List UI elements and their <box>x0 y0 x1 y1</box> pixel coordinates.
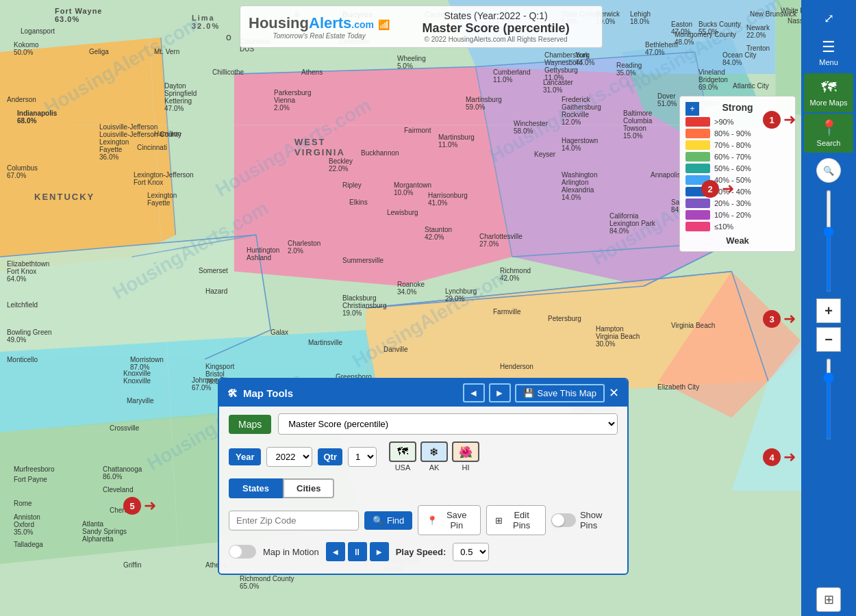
search-button[interactable]: 📍 Search <box>804 114 853 153</box>
zip-input[interactable] <box>229 511 359 530</box>
annotation-circle-4: 4 <box>763 448 781 466</box>
legend-expand-button[interactable]: + <box>685 102 699 116</box>
legend-color-swatch <box>685 164 710 173</box>
maps-label-button[interactable]: Maps <box>229 415 271 434</box>
zip-row: 🔍 Find 📍 Save Pin ⊞ Edit Pins Show Pins <box>229 505 618 535</box>
map-type-buttons: 🗺 USA ❄ AK 🌺 HI <box>389 441 479 472</box>
map-icon: 🗺 <box>821 79 836 97</box>
find-label: Find <box>387 515 404 526</box>
close-tools-button[interactable]: ✕ <box>609 387 619 399</box>
search-pin-icon: 🔍 <box>373 515 383 526</box>
annotation-circle-3: 3 <box>763 310 781 328</box>
svg-marker-4 <box>234 66 512 286</box>
expand-icon: ⤢ <box>824 11 834 26</box>
layers-icon: ⊞ <box>824 592 834 607</box>
ak-icon: ❄ <box>420 441 448 462</box>
legend-item: 50% - 60% <box>685 164 790 173</box>
hi-icon: 🌺 <box>452 441 479 462</box>
legend-color-swatch <box>685 222 710 231</box>
edit-pins-button[interactable]: ⊞ Edit Pins <box>486 505 546 535</box>
legend-color-swatch <box>685 210 710 220</box>
usa-map-button[interactable]: 🗺 USA <box>389 441 416 472</box>
zoom-in-button[interactable]: + <box>816 298 841 323</box>
annotation-5: 5 ➜ <box>123 497 156 515</box>
play-controls: ◄ ⏸ ► <box>326 542 389 561</box>
speed-select[interactable]: 0.5 1.0 2.0 <box>453 543 489 561</box>
svg-marker-2 <box>0 38 175 272</box>
find-button[interactable]: 🔍 Find <box>364 511 412 530</box>
motion-label: Map in Motion <box>263 547 319 557</box>
legend-color-swatch <box>685 117 710 127</box>
motion-toggle[interactable] <box>229 545 256 559</box>
menu-label: Menu <box>819 58 838 66</box>
tools-icon: 🛠 <box>227 387 238 399</box>
show-pins-toggle[interactable] <box>551 513 576 527</box>
legend-item-label: ≤10% <box>714 222 733 231</box>
legend-color-swatch <box>685 198 710 208</box>
header-title-line1: States (Year:2022 - Q:1) <box>398 10 594 21</box>
zoom-scroll-btn[interactable]: 🔍 <box>816 158 841 183</box>
annotation-4: 4 ➜ <box>763 448 796 466</box>
nav-prev-button[interactable]: ◄ <box>463 383 485 402</box>
maps-dropdown[interactable]: Master Score (percentile) <box>278 413 618 435</box>
states-button[interactable]: States <box>229 478 283 498</box>
expand-button[interactable]: ⤢ <box>804 5 853 31</box>
hi-label: HI <box>462 463 469 472</box>
arrow-right-1: ➜ <box>783 111 796 129</box>
legend-footer: Weak <box>685 235 790 246</box>
legend-item: 60% - 70% <box>685 152 790 162</box>
qtr-label: Qtr <box>318 448 342 465</box>
annotation-1: 1 ➜ <box>763 111 796 129</box>
legend-item: 10% - 20% <box>685 210 790 220</box>
annotation-2: 2 ➜ <box>701 180 734 198</box>
ak-map-button[interactable]: ❄ AK <box>420 441 448 472</box>
map-tools-body: Maps Master Score (percentile) Year 2022… <box>219 407 627 568</box>
save-pin-button[interactable]: 📍 Save Pin <box>418 505 481 535</box>
legend-item-label: >90% <box>714 118 733 126</box>
play-back-button[interactable]: ◄ <box>326 542 345 561</box>
menu-icon: ☰ <box>822 38 835 56</box>
year-select[interactable]: 2022 2021 2020 <box>266 447 312 467</box>
legend-items: >90%80% - 90%70% - 80%60% - 70%50% - 60%… <box>685 117 790 231</box>
year-label: Year <box>229 448 261 465</box>
legend-color-swatch <box>685 140 710 150</box>
legend-color-swatch <box>685 129 710 138</box>
legend-item-label: 10% - 20% <box>714 211 751 219</box>
motion-row: Map in Motion ◄ ⏸ ► Play Speed: 0.5 1.0 … <box>229 542 618 561</box>
arrow-right-5: ➜ <box>144 497 156 515</box>
header-copyright: © 2022 HousingAlerts.com All Rights Rese… <box>398 36 594 43</box>
header-panel: HousingAlerts.com 📶 Tomorrow's Real Esta… <box>240 5 603 48</box>
map-tools-header: 🛠 Map Tools ◄ ► 💾 Save This Map ✕ <box>219 379 627 407</box>
arrow-right-4: ➜ <box>783 448 796 466</box>
save-pin-label: Save Pin <box>441 510 472 530</box>
save-map-button[interactable]: 💾 Save This Map <box>515 384 605 402</box>
layers-button[interactable]: ⊞ <box>816 587 841 612</box>
play-pause-button[interactable]: ⏸ <box>348 542 367 561</box>
maps-row: Maps Master Score (percentile) <box>229 413 618 435</box>
save-icon: 💾 <box>523 388 534 398</box>
search-label: Search <box>817 139 841 147</box>
edit-pins-icon: ⊞ <box>495 515 503 526</box>
states-cities-row: States Cities <box>229 478 618 498</box>
legend-item-label: 80% - 90% <box>714 129 751 138</box>
menu-button[interactable]: ☰ Menu <box>804 33 853 72</box>
more-maps-label: More Maps <box>809 99 847 107</box>
legend-item: 80% - 90% <box>685 129 790 138</box>
annotation-circle-5: 5 <box>123 497 141 515</box>
hi-map-button[interactable]: 🌺 HI <box>452 441 479 472</box>
search-icon: 📍 <box>820 119 838 137</box>
usa-icon: 🗺 <box>389 441 416 462</box>
right-sidebar: ⤢ ☰ Menu 🗺 More Maps 📍 Search 🔍 + − ⊞ <box>801 0 856 616</box>
edit-pins-label: Edit Pins <box>506 510 537 530</box>
map-zoom-slider[interactable] <box>827 190 831 292</box>
qtr-select[interactable]: 1 2 3 4 <box>348 447 377 467</box>
play-forward-button[interactable]: ► <box>370 542 389 561</box>
logo-alerts: Alerts <box>309 14 351 31</box>
cities-button[interactable]: Cities <box>283 478 334 498</box>
opacity-slider[interactable] <box>827 358 831 440</box>
nav-next-button[interactable]: ► <box>489 383 511 402</box>
zoom-out-button[interactable]: − <box>816 327 841 352</box>
speed-label: Play Speed: <box>396 547 446 557</box>
more-maps-button[interactable]: 🗺 More Maps <box>804 73 853 112</box>
map-tools-title-label: Map Tools <box>243 387 293 399</box>
